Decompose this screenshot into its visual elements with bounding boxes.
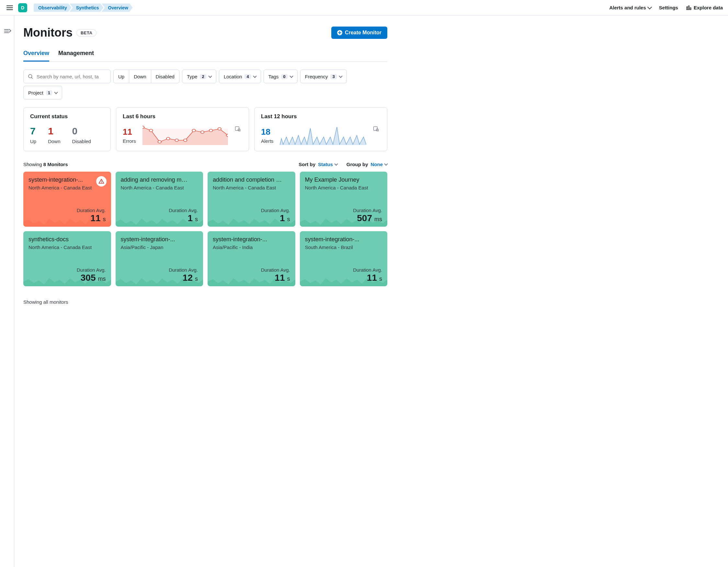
duration-label: Duration Avg. bbox=[261, 267, 290, 273]
filter-frequency[interactable]: Frequency3 bbox=[301, 70, 347, 83]
monitor-title: adding and removing multiple tasks bbox=[121, 176, 190, 184]
panel-title: Last 12 hours bbox=[261, 113, 366, 120]
tabs: Overview Management bbox=[23, 50, 387, 62]
monitor-card[interactable]: synthetics-docsNorth America - Canada Ea… bbox=[23, 231, 111, 286]
alerts-sparkline bbox=[280, 126, 366, 145]
svg-point-10 bbox=[175, 139, 178, 142]
duration-label: Duration Avg. bbox=[353, 208, 382, 213]
breadcrumbs: Observability Synthetics Overview bbox=[34, 4, 133, 12]
breadcrumb-synthetics[interactable]: Synthetics bbox=[70, 4, 104, 12]
space-badge[interactable]: D bbox=[18, 3, 27, 12]
chevron-down-icon bbox=[384, 162, 388, 165]
svg-point-6 bbox=[142, 126, 144, 129]
monitor-location: North America - Canada East bbox=[28, 185, 98, 190]
monitor-card[interactable]: system-integration-...South America - Br… bbox=[300, 231, 388, 286]
svg-rect-2 bbox=[690, 8, 691, 10]
duration-value: 305 ms bbox=[77, 273, 106, 283]
svg-point-14 bbox=[209, 129, 213, 132]
duration-label: Duration Avg. bbox=[261, 208, 290, 213]
monitor-card[interactable]: addition and completion of single taskNo… bbox=[208, 172, 295, 227]
errors-panel: Last 6 hours 11Errors bbox=[116, 107, 249, 151]
panel-title: Current status bbox=[30, 113, 104, 120]
filter-project[interactable]: Project1 bbox=[24, 86, 62, 99]
breadcrumb-observability[interactable]: Observability bbox=[34, 4, 72, 12]
duration-label: Duration Avg. bbox=[77, 267, 106, 273]
errors-sparkline bbox=[142, 126, 228, 145]
monitor-title: addition and completion of single task bbox=[213, 176, 282, 184]
svg-rect-20 bbox=[374, 127, 378, 130]
nav-menu-toggle[interactable] bbox=[5, 4, 14, 11]
monitor-location: South America - Brazil bbox=[305, 244, 375, 250]
monitor-card[interactable]: My Example JourneyNorth America - Canada… bbox=[300, 172, 388, 227]
filter-disabled[interactable]: Disabled bbox=[151, 70, 179, 83]
monitor-card[interactable]: adding and removing multiple tasksNorth … bbox=[116, 172, 203, 227]
svg-line-19 bbox=[240, 131, 241, 131]
svg-point-15 bbox=[218, 128, 221, 130]
monitor-card[interactable]: system-integration-...Asia/Pacific - Ind… bbox=[208, 231, 295, 286]
duration-value: 11 s bbox=[353, 273, 382, 283]
svg-point-24 bbox=[101, 182, 101, 183]
monitor-location: North America - Canada East bbox=[28, 244, 98, 250]
filter-type[interactable]: Type2 bbox=[182, 70, 216, 83]
svg-point-3 bbox=[28, 74, 32, 78]
chevron-down-icon bbox=[208, 74, 212, 78]
inspect-errors-icon[interactable] bbox=[233, 124, 242, 134]
expand-sidebar-icon[interactable] bbox=[4, 28, 10, 33]
showing-label: Showing 8 Monitors bbox=[23, 162, 68, 167]
topbar: D Observability Synthetics Overview Aler… bbox=[0, 0, 728, 16]
monitor-location: North America - Canada East bbox=[305, 185, 375, 190]
chevron-down-icon bbox=[339, 74, 342, 78]
monitor-title: My Example Journey bbox=[305, 176, 375, 184]
page-title: Monitors bbox=[23, 26, 73, 40]
errors-value: 11 bbox=[123, 127, 136, 137]
group-by-select[interactable]: None bbox=[371, 162, 388, 167]
sort-by-label: Sort by bbox=[299, 162, 315, 167]
svg-line-22 bbox=[378, 131, 379, 131]
svg-rect-1 bbox=[688, 6, 689, 10]
monitor-location: Asia/Pacific - India bbox=[213, 244, 282, 250]
duration-value: 12 s bbox=[169, 273, 198, 283]
group-by-label: Group by bbox=[347, 162, 368, 167]
duration-label: Duration Avg. bbox=[353, 267, 382, 273]
tab-overview[interactable]: Overview bbox=[23, 50, 49, 62]
beta-badge: BETA bbox=[76, 29, 97, 37]
inspect-alerts-icon[interactable] bbox=[371, 124, 381, 134]
settings-link[interactable]: Settings bbox=[659, 5, 678, 10]
duration-value: 11 s bbox=[77, 213, 106, 223]
monitor-title: system-integration-... bbox=[121, 236, 190, 243]
search-input-wrapper[interactable] bbox=[23, 70, 111, 83]
explore-data-link[interactable]: Explore data bbox=[686, 5, 723, 11]
duration-value: 507 ms bbox=[353, 213, 382, 223]
filter-location[interactable]: Location4 bbox=[219, 70, 261, 83]
disabled-count: 0 bbox=[72, 126, 91, 137]
monitor-location: North America - Canada East bbox=[121, 185, 190, 190]
svg-rect-0 bbox=[687, 7, 688, 10]
breadcrumb-overview[interactable]: Overview bbox=[102, 4, 133, 12]
tab-management[interactable]: Management bbox=[58, 50, 94, 62]
create-monitor-button[interactable]: Create Monitor bbox=[331, 27, 387, 39]
duration-value: 11 s bbox=[261, 273, 290, 283]
monitor-card[interactable]: system-integration-...North America - Ca… bbox=[23, 172, 111, 227]
filter-up[interactable]: Up bbox=[114, 70, 129, 83]
monitor-card[interactable]: system-integration-...Asia/Pacific - Jap… bbox=[116, 231, 203, 286]
alerts-panel: Last 12 hours 18Alerts bbox=[254, 107, 387, 151]
monitor-location: North America - Canada East bbox=[213, 185, 282, 190]
search-input[interactable] bbox=[37, 74, 107, 79]
monitor-title: system-integration-... bbox=[28, 176, 98, 184]
sort-by-select[interactable]: Status bbox=[318, 162, 337, 167]
current-status-panel: Current status 7Up 1Down 0Disabled bbox=[23, 107, 111, 151]
monitor-title: system-integration-... bbox=[305, 236, 375, 243]
filter-tags[interactable]: Tags0 bbox=[264, 70, 297, 83]
collapsed-sidebar bbox=[0, 16, 14, 567]
chevron-down-icon bbox=[290, 74, 293, 78]
duration-label: Duration Avg. bbox=[77, 208, 106, 213]
svg-point-11 bbox=[184, 139, 187, 142]
monitor-title: synthetics-docs bbox=[28, 236, 98, 243]
monitor-location: Asia/Pacific - Japan bbox=[121, 244, 190, 250]
filter-down[interactable]: Down bbox=[129, 70, 151, 83]
chevron-down-icon bbox=[253, 74, 256, 78]
svg-point-7 bbox=[149, 129, 153, 132]
duration-value: 1 s bbox=[169, 213, 198, 223]
down-count: 1 bbox=[48, 126, 60, 137]
alerts-rules-menu[interactable]: Alerts and rules bbox=[609, 5, 651, 10]
